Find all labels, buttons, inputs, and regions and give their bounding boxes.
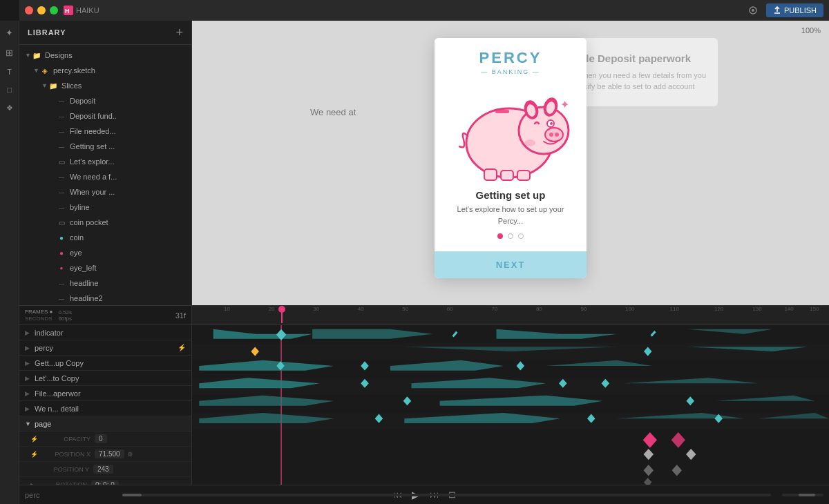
prop-value-positiony: 243 <box>93 465 113 474</box>
scrollbar-thumb[interactable] <box>122 494 142 496</box>
svg-rect-18 <box>495 110 509 113</box>
tree-label: eye_left <box>70 264 178 272</box>
mini-scrollbar[interactable] <box>782 494 823 496</box>
tree-label: When your ... <box>70 188 178 196</box>
circle-pink-icon: ● <box>57 248 66 258</box>
playhead <box>281 306 283 323</box>
keyframe-svg <box>192 325 829 485</box>
dash-icon: — <box>57 187 66 197</box>
svg-rect-68 <box>644 465 654 476</box>
publish-button[interactable]: PUBLISH <box>766 3 823 17</box>
dash-icon: — <box>57 172 66 182</box>
prop-label-positionx: POSITION X <box>41 451 90 458</box>
dash-icon: — <box>57 96 66 106</box>
svg-rect-27 <box>192 430 829 447</box>
lightning-icon: ⚡ <box>178 344 186 351</box>
svg-text:H: H <box>65 8 70 14</box>
tracks-canvas <box>192 325 829 485</box>
folder-icon: 📁 <box>32 50 41 60</box>
tree-label: coin <box>70 233 178 242</box>
track-page[interactable]: ▼ page <box>19 416 191 432</box>
shape-icon[interactable]: □ <box>7 86 12 94</box>
titlebar-right: PUBLISH <box>748 3 823 17</box>
add-library-button[interactable]: + <box>175 26 183 39</box>
tree-label: Getting set ... <box>70 142 178 151</box>
tree-item-designs[interactable]: ▼ 📁 Designs ··· <box>19 48 191 63</box>
timeline-scrollbar[interactable] <box>122 494 771 496</box>
pig-container: ✦ <box>435 78 587 184</box>
tick-140: 140 <box>784 306 793 312</box>
svg-rect-15 <box>484 169 497 180</box>
tree-label: We need a f... <box>70 173 178 181</box>
chevron-icon: ▼ <box>25 52 32 59</box>
tree-item-we-need[interactable]: — We need a f... ··· <box>19 169 191 184</box>
tree-label: Slices <box>61 81 178 90</box>
preview-button[interactable] <box>748 6 758 15</box>
percy-title: PERCY <box>443 49 578 67</box>
tick-30: 30 <box>313 306 319 312</box>
tick-10: 10 <box>224 306 230 312</box>
tree-item-percy-sketch[interactable]: ▼ ◈ percy.sketch ··· <box>19 63 191 78</box>
svg-rect-67 <box>686 449 696 460</box>
seconds-label: SECONDS <box>25 316 53 322</box>
track-indicator[interactable]: ▶ indicator <box>19 325 191 340</box>
tree-item-slices[interactable]: ▼ 📁 Slices ··· <box>19 78 191 93</box>
minimize-button[interactable] <box>37 6 46 14</box>
close-button[interactable] <box>25 6 33 14</box>
filename-label: perc <box>25 491 39 499</box>
tree-item-byline[interactable]: — byline ··· <box>19 200 191 215</box>
tree-label: coin pocket <box>70 218 178 226</box>
rect-icon: ▭ <box>57 217 66 227</box>
lightning-icon[interactable]: ⚡ <box>30 451 38 458</box>
traffic-lights <box>25 6 58 14</box>
prop-label-positiony: POSITION Y <box>39 466 89 473</box>
tree-item-file-needed[interactable]: — File needed... ··· <box>19 124 191 139</box>
track-arrow-icon: ▶ <box>25 345 32 351</box>
track-name: page <box>35 420 186 428</box>
plus-icon[interactable]: ⊕ <box>127 450 133 458</box>
tree-item-when-your[interactable]: — When your ... ··· <box>19 184 191 200</box>
pointer-icon[interactable]: ✦ <box>6 28 13 38</box>
track-percy[interactable]: ▶ percy ⚡ <box>19 340 191 356</box>
mini-thumb[interactable] <box>799 494 815 496</box>
tree-item-eye-left[interactable]: ● eye_left ··· <box>19 260 191 275</box>
tree-item-headline[interactable]: — headline ··· <box>19 275 191 291</box>
track-let-to-copy[interactable]: ▶ Let'...to Copy <box>19 371 191 386</box>
tick-120: 120 <box>714 306 723 312</box>
tree-item-deposit[interactable]: — Deposit ··· <box>19 93 191 108</box>
track-gett-up[interactable]: ▶ Gett...up Copy <box>19 356 191 371</box>
canvas-content: PERCY — BANKING — <box>435 38 587 278</box>
tree-item-coin-pocket[interactable]: ▭ coin pocket ··· <box>19 215 191 230</box>
track-name: Let'...to Copy <box>35 374 186 382</box>
text-icon[interactable]: T <box>7 68 12 76</box>
tree-item-getting-set[interactable]: — Getting set ... ··· <box>19 139 191 154</box>
next-button[interactable]: NEXT <box>435 251 587 278</box>
playhead-head <box>278 306 285 313</box>
prop-position-y-row: POSITION Y 243 <box>19 462 191 477</box>
tree-item-coin[interactable]: ● coin ··· <box>19 230 191 245</box>
tree-item-headline2[interactable]: — headline2 ··· <box>19 291 191 305</box>
layers-icon[interactable]: ⊞ <box>6 48 13 58</box>
track-name: We n... detail <box>35 405 186 413</box>
tree-label: Let's explor... <box>70 157 178 166</box>
timeline-section: FRAMES ● SECONDS 0.52s60fps 31f 10 20 30… <box>19 305 829 485</box>
card-header: PERCY — BANKING — <box>435 38 587 78</box>
dash-icon: — <box>57 142 66 151</box>
lightning-icon[interactable]: ⚡ <box>30 436 38 443</box>
tree-item-deposit-fund[interactable]: — Deposit fund.. ··· <box>19 108 191 124</box>
sketch-icon: ◈ <box>40 66 50 75</box>
svg-rect-70 <box>644 478 652 485</box>
tick-90: 90 <box>580 306 587 312</box>
svg-point-3 <box>752 9 754 12</box>
track-we-detail[interactable]: ▶ We n... detail <box>19 401 191 416</box>
track-file-aperwor[interactable]: ▶ File...aperwor <box>19 386 191 401</box>
track-labels: ▶ indicator ▶ percy ⚡ ▶ Gett...up Copy ▶… <box>19 325 192 485</box>
tree-item-lets-explor[interactable]: ▭ Let's explor... ··· <box>19 154 191 169</box>
page-props-panel: ⚡ OPACITY 0 ⚡ POSITION X 71.500 ⊕ POSITI… <box>19 432 191 485</box>
tree-label: Deposit <box>70 97 178 105</box>
banking-subtitle: — BANKING — <box>443 68 578 75</box>
component-icon[interactable]: ❖ <box>6 104 13 113</box>
app-name: H HAIKU <box>64 6 99 15</box>
maximize-button[interactable] <box>50 6 58 14</box>
tree-item-eye[interactable]: ● eye ··· <box>19 245 191 260</box>
